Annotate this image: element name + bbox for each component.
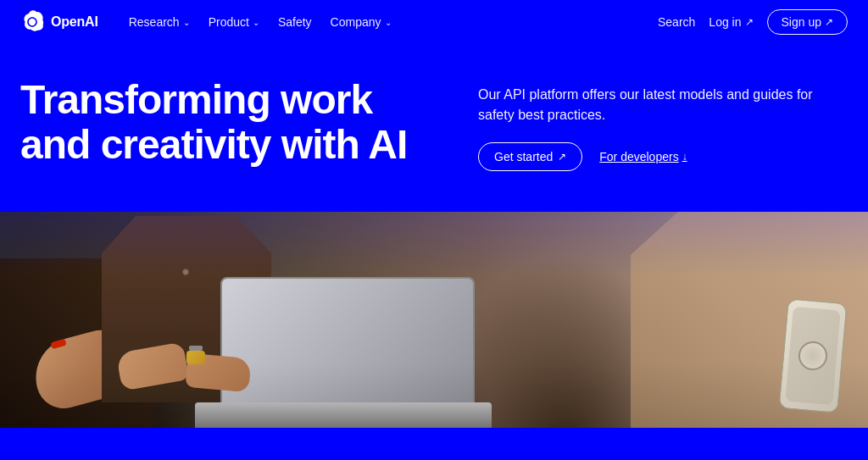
get-started-button[interactable]: Get started ↗ [478,142,582,171]
signup-arrow-icon: ↗ [825,16,833,28]
login-arrow-icon: ↗ [745,16,754,28]
get-started-arrow-icon: ↗ [558,151,566,163]
hero-right: Our API platform offers our latest model… [478,78,848,171]
laptop-base [195,402,492,428]
nav-company[interactable]: Company ⌄ [324,10,398,34]
brand-name: OpenAI [51,14,98,30]
nav-research[interactable]: Research ⌄ [122,10,197,34]
nav-links: Research ⌄ Product ⌄ Safety Company ⌄ [122,10,398,34]
vest-button-decoration [182,269,189,275]
openai-logo-icon [20,10,44,34]
hero-title: Transforming work and creativity with AI [20,78,427,168]
product-chevron-icon: ⌄ [253,18,259,27]
for-developers-button[interactable]: For developers ↓ [599,150,687,163]
company-chevron-icon: ⌄ [385,18,392,27]
watch [186,351,205,364]
search-button[interactable]: Search [658,15,695,29]
navbar-right: Search Log in ↗ Sign up ↗ [658,9,848,35]
nav-product[interactable]: Product ⌄ [202,10,266,34]
login-button[interactable]: Log in ↗ [709,15,753,29]
phone [778,298,847,413]
laptop-area [153,258,698,428]
hero-description: Our API platform offers our latest model… [478,85,817,125]
hero-left: Transforming work and creativity with AI [20,78,427,168]
scene-background [0,212,868,428]
logo[interactable]: OpenAI [20,10,98,34]
hero-buttons: Get started ↗ For developers ↓ [478,142,848,171]
laptop-screen [220,277,475,404]
navbar: OpenAI Research ⌄ Product ⌄ Safety Compa… [0,0,868,44]
svg-point-0 [29,19,36,25]
hero-image [0,212,868,428]
research-chevron-icon: ⌄ [183,18,190,27]
navbar-left: OpenAI Research ⌄ Product ⌄ Safety Compa… [20,10,398,34]
for-developers-arrow-icon: ↓ [682,151,687,163]
hero-section: Transforming work and creativity with AI… [0,44,868,212]
nav-safety[interactable]: Safety [271,10,319,34]
phone-screen [785,307,841,405]
signup-button[interactable]: Sign up ↗ [767,9,848,35]
